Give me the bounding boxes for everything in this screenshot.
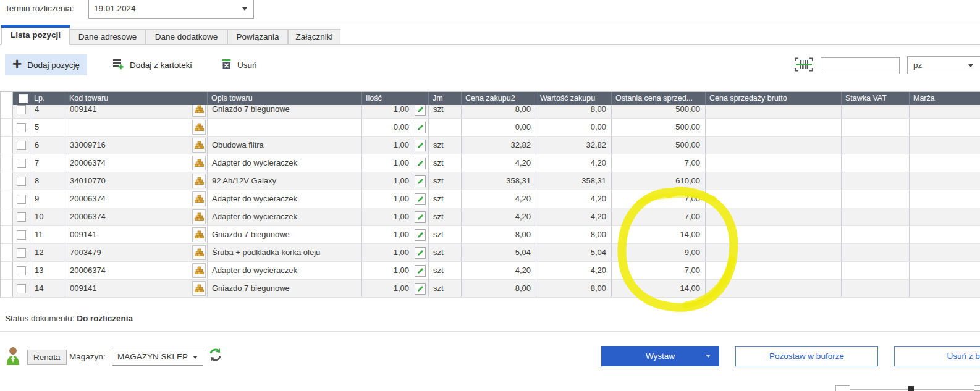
item-card-button[interactable]	[192, 263, 206, 278]
column-header-checkbox[interactable]	[13, 92, 30, 105]
table-row[interactable]: 920006374Adapter do wycieraczek1,00szt4,…	[1, 190, 980, 208]
item-card-button[interactable]	[192, 281, 206, 296]
pozostaw-w-buforze-button[interactable]: Pozostaw w buforze	[735, 346, 878, 366]
row-checkbox-cell[interactable]	[13, 208, 30, 225]
table-row[interactable]: 1320006374Adapter do wycieraczek1,00szt4…	[1, 262, 980, 280]
item-card-button[interactable]	[192, 191, 206, 206]
select-all-checkbox[interactable]	[19, 94, 28, 103]
tab-powi-zania[interactable]: Powiązania	[227, 29, 288, 45]
column-header-cena-zakupu2[interactable]: Cena zakupu2	[462, 92, 536, 105]
barcode-scan-input[interactable]	[821, 57, 900, 74]
column-header-stawka-vat[interactable]: Stawka VAT	[842, 92, 910, 105]
item-card-button[interactable]	[192, 245, 206, 260]
row-selector-cell[interactable]	[1, 262, 13, 279]
edit-quantity-button[interactable]	[413, 245, 427, 260]
row-checkbox-cell[interactable]	[13, 137, 30, 154]
item-card-button[interactable]	[192, 156, 206, 170]
item-card-button[interactable]	[192, 174, 206, 188]
chevron-down-icon[interactable]	[968, 64, 973, 67]
row-checkbox[interactable]	[17, 230, 26, 240]
chevron-down-icon[interactable]	[706, 355, 711, 358]
edit-quantity-button[interactable]	[413, 138, 427, 153]
row-selector-cell[interactable]	[1, 137, 13, 154]
row-checkbox-cell[interactable]	[13, 172, 30, 190]
row-checkbox-cell[interactable]	[13, 262, 30, 279]
row-checkbox[interactable]	[17, 123, 26, 132]
tab-za-czniki[interactable]: Załączniki	[288, 29, 340, 45]
row-checkbox-cell[interactable]	[13, 154, 30, 172]
column-header-kod-towaru[interactable]: Kod towaru	[65, 92, 208, 105]
item-card-button[interactable]	[192, 227, 206, 242]
tab-lista-pozycji[interactable]: Lista pozycji	[1, 27, 70, 45]
usun-z-bufora-button[interactable]: Usuń z bufora	[894, 346, 980, 366]
row-checkbox[interactable]	[17, 212, 26, 222]
tab-dane-adresowe[interactable]: Dane adresowe	[70, 29, 145, 45]
row-checkbox[interactable]	[17, 248, 26, 258]
item-card-button[interactable]	[192, 138, 206, 153]
row-checkbox-cell[interactable]	[13, 119, 30, 136]
magazyn-combobox[interactable]: MAGAZYN SKLEP	[112, 348, 203, 366]
row-checkbox-cell[interactable]	[13, 244, 30, 261]
row-selector-cell[interactable]	[1, 154, 13, 172]
row-checkbox-cell[interactable]	[13, 105, 30, 118]
row-selector-cell[interactable]	[1, 244, 13, 261]
user-button[interactable]: Renata	[27, 350, 67, 365]
termin-rozliczenia-combobox[interactable]: 19.01.2024	[88, 0, 254, 19]
chevron-down-icon[interactable]	[193, 356, 198, 359]
row-checkbox[interactable]	[17, 284, 26, 293]
edit-quantity-button[interactable]	[413, 227, 427, 242]
table-row[interactable]: 14009141Gniazdo 7 biegunowe1,00szt8,008,…	[1, 280, 980, 298]
barcode-scanner-icon[interactable]	[795, 57, 813, 74]
partial-checkbox[interactable]	[835, 385, 850, 391]
document-type-combobox[interactable]: pz	[907, 56, 980, 74]
table-row[interactable]: 4009141Gniazdo 7 biegunowe1,00szt8,008,0…	[1, 105, 980, 119]
edit-quantity-button[interactable]	[413, 281, 427, 296]
item-card-button[interactable]	[192, 209, 206, 224]
tab-dane-dodatkowe[interactable]: Dane dodatkowe	[145, 29, 227, 45]
row-selector-cell[interactable]	[1, 280, 13, 297]
row-checkbox-cell[interactable]	[13, 280, 30, 297]
row-checkbox[interactable]	[17, 177, 26, 186]
table-row[interactable]: 1020006374Adapter do wycieraczek1,00szt4…	[1, 208, 980, 226]
edit-quantity-button[interactable]	[413, 156, 427, 170]
add-from-catalog-button[interactable]: Dodaj z kartoteki	[105, 54, 200, 75]
row-checkbox[interactable]	[17, 105, 26, 114]
column-header-lp-[interactable]: Lp.	[30, 92, 65, 105]
edit-quantity-button[interactable]	[413, 105, 427, 117]
column-header-ilość[interactable]: Ilość	[362, 92, 429, 105]
slider-track[interactable]	[850, 389, 980, 390]
row-checkbox[interactable]	[17, 266, 26, 275]
table-row[interactable]: 127003479Śruba + podkladka korka oleju1,…	[1, 244, 980, 262]
item-card-button[interactable]	[192, 105, 206, 117]
edit-quantity-button[interactable]	[413, 174, 427, 188]
table-row[interactable]: 83401077092 Ah/12V Galaxy1,00szt358,3135…	[1, 172, 980, 190]
table-row[interactable]: 11009141Gniazdo 7 biegunowe1,00szt8,008,…	[1, 226, 980, 244]
table-row[interactable]: 633009716Obudowa filtra1,00szt32,8232,82…	[1, 137, 980, 154]
table-row[interactable]: 50,000,000,00500,00	[1, 119, 980, 137]
add-item-button[interactable]: + Dodaj pozycję	[5, 54, 87, 75]
column-header-jm[interactable]: Jm	[429, 92, 462, 105]
table-row[interactable]: 720006374Adapter do wycieraczek1,00szt4,…	[1, 154, 980, 172]
edit-quantity-button[interactable]	[413, 120, 427, 135]
row-selector-cell[interactable]	[1, 226, 13, 243]
delete-item-button[interactable]: Usuń	[214, 54, 264, 75]
column-header-ostania-cena-sprzed-[interactable]: Ostania cena sprzed...	[612, 92, 706, 105]
row-selector-cell[interactable]	[1, 119, 13, 136]
refresh-icon[interactable]	[208, 348, 222, 364]
edit-quantity-button[interactable]	[413, 209, 427, 224]
column-header-rowselector[interactable]	[1, 92, 13, 105]
edit-quantity-button[interactable]	[413, 191, 427, 206]
row-checkbox[interactable]	[17, 141, 26, 150]
item-card-button[interactable]	[192, 120, 206, 135]
row-checkbox[interactable]	[17, 159, 26, 168]
row-selector-cell[interactable]	[1, 208, 13, 225]
row-selector-cell[interactable]	[1, 172, 13, 190]
wystaw-button[interactable]: Wystaw	[601, 346, 719, 366]
row-selector-cell[interactable]	[1, 105, 13, 118]
chevron-down-icon[interactable]	[242, 7, 247, 11]
row-checkbox-cell[interactable]	[13, 190, 30, 208]
slider-thumb[interactable]	[908, 386, 914, 391]
column-header-opis-towaru[interactable]: Opis towaru	[208, 92, 362, 105]
column-header-cena-sprzedaży-brutto[interactable]: Cena sprzedaży brutto	[706, 92, 842, 105]
row-selector-cell[interactable]	[1, 190, 13, 208]
